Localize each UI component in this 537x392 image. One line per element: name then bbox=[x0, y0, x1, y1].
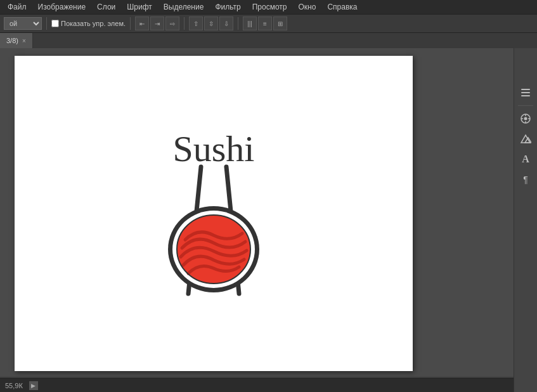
paragraph-panel-tool[interactable]: ¶ bbox=[517, 171, 534, 188]
svg-rect-7 bbox=[521, 92, 530, 93]
menu-bar: Файл Изображение Слои Шрифт Выделение Фи… bbox=[0, 0, 537, 14]
toolbar-separator-4 bbox=[238, 17, 238, 30]
align-left-icon[interactable]: ⇤ bbox=[135, 16, 149, 30]
right-panel: A ¶ bbox=[514, 48, 537, 392]
distribute-v-icon[interactable]: ≡ bbox=[258, 16, 272, 30]
show-controls-label: Показать упр. элем. bbox=[61, 20, 126, 27]
mountains-panel-tool[interactable] bbox=[517, 130, 534, 148]
menu-layers[interactable]: Слои bbox=[92, 1, 120, 13]
align-top-icon[interactable]: ⇧ bbox=[189, 16, 203, 30]
zoom-level: 55,9К bbox=[5, 382, 23, 389]
tool-options-bar: ой Показать упр. элем. ⇤ ⇥ ⇨ ⇧ ⇳ ⇩ ||| ≡… bbox=[0, 14, 537, 33]
tab-close-button[interactable]: × bbox=[22, 37, 26, 44]
svg-point-14 bbox=[524, 117, 527, 121]
align-group-2: ⇧ ⇳ ⇩ bbox=[189, 16, 233, 30]
artboard[interactable]: Sushi bbox=[15, 56, 413, 371]
svg-rect-6 bbox=[521, 89, 530, 90]
menu-window[interactable]: Окно bbox=[294, 1, 321, 13]
menu-font[interactable]: Шрифт bbox=[122, 1, 157, 13]
status-arrow-button[interactable]: ▶ bbox=[29, 381, 38, 390]
canvas-area: Sushi bbox=[0, 48, 514, 377]
sushi-roll-graphic bbox=[150, 160, 277, 300]
align-right-icon[interactable]: ⇨ bbox=[165, 16, 179, 30]
tab-bar: 3/8) × bbox=[0, 33, 520, 48]
text-panel-tool[interactable]: A bbox=[517, 150, 534, 168]
svg-rect-8 bbox=[521, 95, 530, 96]
toolbar-separator-1 bbox=[46, 17, 47, 30]
menu-image[interactable]: Изображение bbox=[33, 1, 91, 13]
show-controls-checkbox[interactable] bbox=[51, 20, 59, 27]
sushi-title-text: Sushi bbox=[173, 127, 255, 170]
align-group-3: ||| ≡ ⊞ bbox=[243, 16, 287, 30]
toolbar-separator-2 bbox=[130, 17, 131, 30]
menu-help[interactable]: Справка bbox=[322, 1, 362, 13]
status-bar: 55,9К ▶ bbox=[0, 378, 514, 392]
menu-select[interactable]: Выделение bbox=[159, 1, 209, 13]
font-select[interactable]: ой bbox=[4, 17, 42, 30]
toolbar-separator-3 bbox=[184, 17, 184, 30]
menu-filter[interactable]: Фильтр bbox=[210, 1, 245, 13]
menu-view[interactable]: Просмотр bbox=[247, 1, 292, 13]
menu-file[interactable]: Файл bbox=[3, 1, 32, 13]
text-tool-icon: A bbox=[522, 154, 529, 165]
show-controls-checkbox-label: Показать упр. элем. bbox=[51, 20, 126, 27]
paragraph-tool-icon: ¶ bbox=[523, 174, 528, 185]
distribute-icon2[interactable]: ⊞ bbox=[273, 16, 287, 30]
align-middle-icon[interactable]: ⇳ bbox=[204, 16, 218, 30]
align-bottom-icon[interactable]: ⇩ bbox=[219, 16, 233, 30]
adjustments-panel-tool[interactable] bbox=[517, 110, 534, 127]
align-center-icon[interactable]: ⇥ bbox=[150, 16, 164, 30]
layers-panel-tool[interactable] bbox=[517, 84, 534, 101]
distribute-h-icon[interactable]: ||| bbox=[243, 16, 257, 30]
document-tab[interactable]: 3/8) × bbox=[0, 33, 33, 48]
tab-label: 3/8) bbox=[6, 37, 18, 44]
panel-separator-1 bbox=[518, 105, 533, 106]
logo-container: Sushi bbox=[150, 127, 277, 300]
align-group-1: ⇤ ⇥ ⇨ bbox=[135, 16, 179, 30]
